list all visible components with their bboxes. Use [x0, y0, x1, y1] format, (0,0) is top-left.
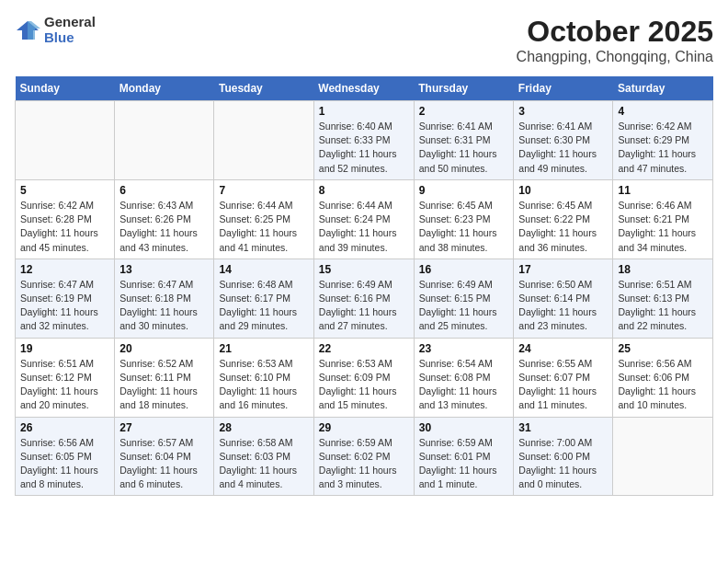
day-cell: 9Sunrise: 6:45 AMSunset: 6:23 PMDaylight… [414, 179, 514, 259]
day-cell: 24Sunrise: 6:55 AMSunset: 6:07 PMDayligh… [514, 338, 613, 417]
day-cell: 13Sunrise: 6:47 AMSunset: 6:18 PMDayligh… [115, 259, 214, 338]
day-cell: 29Sunrise: 6:59 AMSunset: 6:02 PMDayligh… [313, 417, 414, 496]
day-info: Sunrise: 6:56 AMSunset: 6:06 PMDaylight:… [618, 357, 708, 413]
logo-blue: Blue [44, 30, 96, 46]
day-number: 2 [419, 105, 509, 118]
day-number: 21 [219, 342, 308, 355]
day-cell: 14Sunrise: 6:48 AMSunset: 6:17 PMDayligh… [214, 259, 313, 338]
day-number: 26 [20, 421, 109, 434]
day-info: Sunrise: 6:56 AMSunset: 6:05 PMDaylight:… [20, 436, 109, 492]
weekday-saturday: Saturday [613, 76, 713, 101]
logo-text: General Blue [44, 15, 96, 45]
day-info: Sunrise: 6:42 AMSunset: 6:28 PMDaylight:… [20, 199, 109, 255]
logo: General Blue [15, 15, 96, 45]
day-number: 29 [319, 421, 409, 434]
day-number: 5 [20, 184, 109, 197]
day-info: Sunrise: 6:58 AMSunset: 6:03 PMDaylight:… [219, 436, 308, 492]
day-number: 18 [618, 263, 708, 276]
day-info: Sunrise: 6:49 AMSunset: 6:16 PMDaylight:… [319, 278, 409, 334]
day-cell [16, 101, 115, 180]
day-cell: 17Sunrise: 6:50 AMSunset: 6:14 PMDayligh… [514, 259, 613, 338]
day-number: 12 [20, 263, 109, 276]
day-info: Sunrise: 6:53 AMSunset: 6:09 PMDaylight:… [319, 357, 409, 413]
title-block: October 2025 Changping, Chongqing, China [517, 15, 713, 65]
day-number: 11 [618, 184, 708, 197]
day-number: 30 [419, 421, 509, 434]
week-row-3: 12Sunrise: 6:47 AMSunset: 6:19 PMDayligh… [16, 259, 713, 338]
day-cell [613, 417, 713, 496]
day-cell: 23Sunrise: 6:54 AMSunset: 6:08 PMDayligh… [414, 338, 514, 417]
day-info: Sunrise: 6:55 AMSunset: 6:07 PMDaylight:… [518, 357, 608, 413]
day-number: 1 [319, 105, 409, 118]
day-info: Sunrise: 6:52 AMSunset: 6:11 PMDaylight:… [119, 357, 209, 413]
day-info: Sunrise: 6:44 AMSunset: 6:25 PMDaylight:… [219, 199, 308, 255]
day-number: 16 [419, 263, 509, 276]
day-cell: 18Sunrise: 6:51 AMSunset: 6:13 PMDayligh… [613, 259, 713, 338]
day-info: Sunrise: 6:44 AMSunset: 6:24 PMDaylight:… [319, 199, 409, 255]
calendar-table: SundayMondayTuesdayWednesdayThursdayFrid… [15, 76, 713, 496]
calendar-subtitle: Changping, Chongqing, China [517, 49, 713, 65]
day-cell: 5Sunrise: 6:42 AMSunset: 6:28 PMDaylight… [16, 179, 115, 259]
day-number: 25 [618, 342, 708, 355]
day-number: 13 [119, 263, 209, 276]
day-info: Sunrise: 6:45 AMSunset: 6:23 PMDaylight:… [419, 199, 509, 255]
day-cell: 15Sunrise: 6:49 AMSunset: 6:16 PMDayligh… [313, 259, 414, 338]
day-number: 27 [119, 421, 209, 434]
day-number: 7 [219, 184, 308, 197]
day-cell: 26Sunrise: 6:56 AMSunset: 6:05 PMDayligh… [16, 417, 115, 496]
day-cell: 27Sunrise: 6:57 AMSunset: 6:04 PMDayligh… [115, 417, 214, 496]
logo-general: General [44, 15, 96, 30]
day-cell: 12Sunrise: 6:47 AMSunset: 6:19 PMDayligh… [16, 259, 115, 338]
day-cell: 11Sunrise: 6:46 AMSunset: 6:21 PMDayligh… [613, 179, 713, 259]
weekday-header-row: SundayMondayTuesdayWednesdayThursdayFrid… [16, 76, 713, 101]
day-info: Sunrise: 6:47 AMSunset: 6:19 PMDaylight:… [20, 278, 109, 334]
day-cell: 30Sunrise: 6:59 AMSunset: 6:01 PMDayligh… [414, 417, 514, 496]
week-row-5: 26Sunrise: 6:56 AMSunset: 6:05 PMDayligh… [16, 417, 713, 496]
logo-icon [15, 17, 40, 43]
day-number: 17 [518, 263, 608, 276]
weekday-friday: Friday [514, 76, 613, 101]
day-info: Sunrise: 7:00 AMSunset: 6:00 PMDaylight:… [518, 436, 608, 492]
day-number: 3 [518, 105, 608, 118]
day-cell [214, 101, 313, 180]
day-cell: 7Sunrise: 6:44 AMSunset: 6:25 PMDaylight… [214, 179, 313, 259]
day-info: Sunrise: 6:42 AMSunset: 6:29 PMDaylight:… [618, 120, 708, 176]
day-info: Sunrise: 6:48 AMSunset: 6:17 PMDaylight:… [219, 278, 308, 334]
day-info: Sunrise: 6:43 AMSunset: 6:26 PMDaylight:… [119, 199, 209, 255]
day-cell: 20Sunrise: 6:52 AMSunset: 6:11 PMDayligh… [115, 338, 214, 417]
day-number: 14 [219, 263, 308, 276]
weekday-monday: Monday [115, 76, 214, 101]
day-number: 20 [119, 342, 209, 355]
day-info: Sunrise: 6:45 AMSunset: 6:22 PMDaylight:… [518, 199, 608, 255]
day-cell: 4Sunrise: 6:42 AMSunset: 6:29 PMDaylight… [613, 101, 713, 180]
weekday-tuesday: Tuesday [214, 76, 313, 101]
day-number: 31 [518, 421, 608, 434]
day-cell: 16Sunrise: 6:49 AMSunset: 6:15 PMDayligh… [414, 259, 514, 338]
day-info: Sunrise: 6:59 AMSunset: 6:01 PMDaylight:… [419, 436, 509, 492]
day-cell: 1Sunrise: 6:40 AMSunset: 6:33 PMDaylight… [313, 101, 414, 180]
day-info: Sunrise: 6:47 AMSunset: 6:18 PMDaylight:… [119, 278, 209, 334]
page-header: General Blue October 2025 Changping, Cho… [15, 15, 713, 65]
day-info: Sunrise: 6:40 AMSunset: 6:33 PMDaylight:… [319, 120, 409, 176]
day-cell: 3Sunrise: 6:41 AMSunset: 6:30 PMDaylight… [514, 101, 613, 180]
day-number: 23 [419, 342, 509, 355]
day-number: 6 [119, 184, 209, 197]
day-info: Sunrise: 6:51 AMSunset: 6:12 PMDaylight:… [20, 357, 109, 413]
day-number: 19 [20, 342, 109, 355]
week-row-2: 5Sunrise: 6:42 AMSunset: 6:28 PMDaylight… [16, 179, 713, 259]
day-number: 15 [319, 263, 409, 276]
day-info: Sunrise: 6:59 AMSunset: 6:02 PMDaylight:… [319, 436, 409, 492]
day-cell: 21Sunrise: 6:53 AMSunset: 6:10 PMDayligh… [214, 338, 313, 417]
day-info: Sunrise: 6:41 AMSunset: 6:31 PMDaylight:… [419, 120, 509, 176]
day-info: Sunrise: 6:41 AMSunset: 6:30 PMDaylight:… [518, 120, 608, 176]
day-info: Sunrise: 6:57 AMSunset: 6:04 PMDaylight:… [119, 436, 209, 492]
day-cell: 19Sunrise: 6:51 AMSunset: 6:12 PMDayligh… [16, 338, 115, 417]
day-cell: 22Sunrise: 6:53 AMSunset: 6:09 PMDayligh… [313, 338, 414, 417]
day-info: Sunrise: 6:51 AMSunset: 6:13 PMDaylight:… [618, 278, 708, 334]
day-number: 8 [319, 184, 409, 197]
day-info: Sunrise: 6:46 AMSunset: 6:21 PMDaylight:… [618, 199, 708, 255]
day-number: 4 [618, 105, 708, 118]
day-info: Sunrise: 6:49 AMSunset: 6:15 PMDaylight:… [419, 278, 509, 334]
day-cell: 2Sunrise: 6:41 AMSunset: 6:31 PMDaylight… [414, 101, 514, 180]
day-info: Sunrise: 6:50 AMSunset: 6:14 PMDaylight:… [518, 278, 608, 334]
